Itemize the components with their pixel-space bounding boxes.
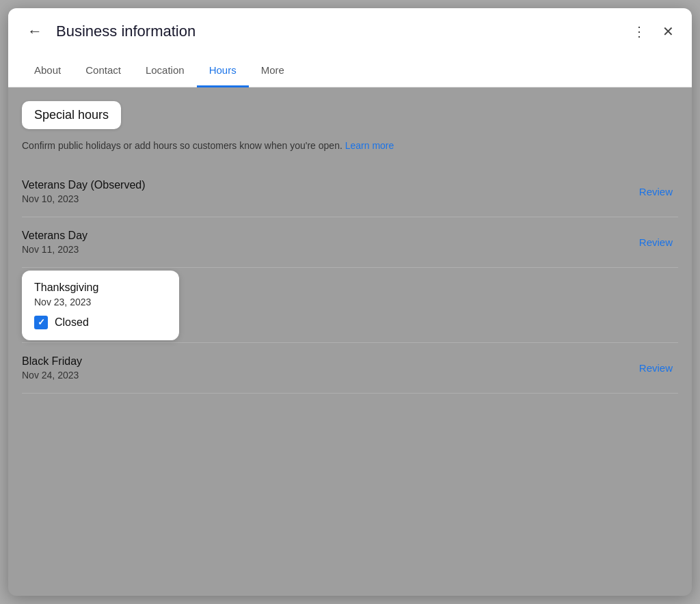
more-options-button[interactable]: ⋮: [628, 19, 650, 44]
holiday-name: Veterans Day: [22, 230, 88, 242]
special-hours-description: Confirm public holidays or add hours so …: [22, 139, 678, 153]
tab-about[interactable]: About: [22, 55, 73, 87]
holiday-date: Nov 24, 2023: [22, 370, 82, 381]
tab-location[interactable]: Location: [133, 55, 197, 87]
holiday-name: Veterans Day (Observed): [22, 179, 146, 191]
review-button-veterans-day[interactable]: Review: [634, 234, 678, 251]
modal-title: Business information: [56, 23, 620, 40]
tabs-bar: About Contact Location Hours More: [8, 55, 692, 87]
holiday-name: Black Friday: [22, 355, 82, 368]
closed-row: Closed: [34, 316, 167, 329]
thanksgiving-name: Thanksgiving: [34, 282, 167, 294]
holiday-row-veterans-day-observed: Veterans Day (Observed) Nov 10, 2023 Rev…: [22, 167, 678, 217]
close-button[interactable]: ✕: [658, 19, 678, 44]
thanksgiving-date: Nov 23, 2023: [34, 297, 167, 307]
review-button-veterans-day-observed[interactable]: Review: [634, 183, 678, 200]
modal: ← Business information ⋮ ✕ About Contact…: [8, 8, 692, 596]
holiday-row-veterans-day: Veterans Day Nov 11, 2023 Review: [22, 217, 678, 268]
thanksgiving-card: Thanksgiving Nov 23, 2023 Closed: [22, 271, 179, 340]
special-hours-badge: Special hours: [22, 101, 121, 129]
learn-more-link[interactable]: Learn more: [345, 140, 394, 151]
modal-header: ← Business information ⋮ ✕: [8, 8, 692, 55]
holiday-date: Nov 10, 2023: [22, 193, 146, 204]
holiday-date: Nov 11, 2023: [22, 244, 88, 255]
holiday-info-veterans-day-observed: Veterans Day (Observed) Nov 10, 2023: [22, 179, 146, 204]
tab-hours[interactable]: Hours: [197, 55, 249, 87]
closed-checkbox[interactable]: [34, 316, 48, 329]
holiday-info-veterans-day: Veterans Day Nov 11, 2023: [22, 230, 88, 255]
holiday-row-thanksgiving: Thanksgiving Nov 23, 2023 Closed 🗑: [22, 268, 678, 343]
tab-contact[interactable]: Contact: [73, 55, 133, 87]
back-button[interactable]: ←: [22, 20, 48, 43]
closed-label: Closed: [55, 316, 89, 329]
review-button-black-friday[interactable]: Review: [634, 359, 678, 376]
holiday-row-black-friday: Black Friday Nov 24, 2023 Review: [22, 343, 678, 394]
holiday-info-black-friday: Black Friday Nov 24, 2023: [22, 355, 82, 381]
content-area: Special hours Confirm public holidays or…: [8, 87, 692, 394]
tab-more[interactable]: More: [249, 55, 297, 87]
